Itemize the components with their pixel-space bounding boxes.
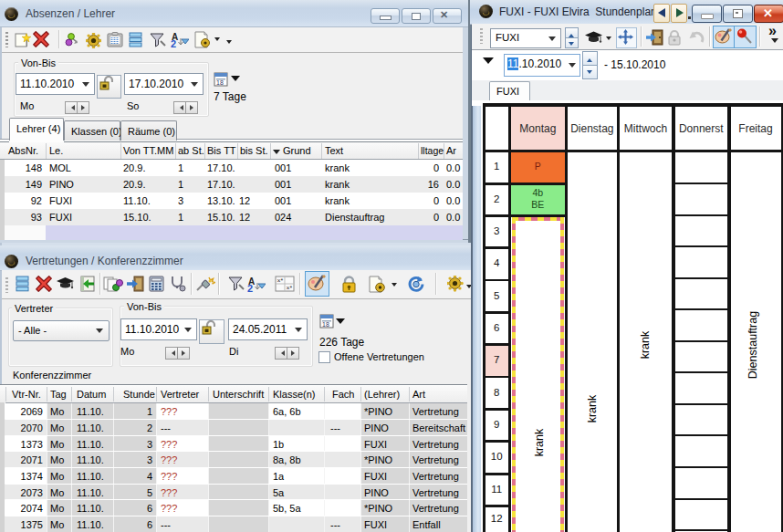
svg-text:×*: ×* xyxy=(277,277,284,284)
svg-text:18: 18 xyxy=(322,321,329,328)
svg-text:18: 18 xyxy=(216,79,224,86)
svg-text:2: 2 xyxy=(247,283,253,293)
svg-text:×*: ×* xyxy=(287,285,293,291)
svg-text:2: 2 xyxy=(171,38,176,48)
